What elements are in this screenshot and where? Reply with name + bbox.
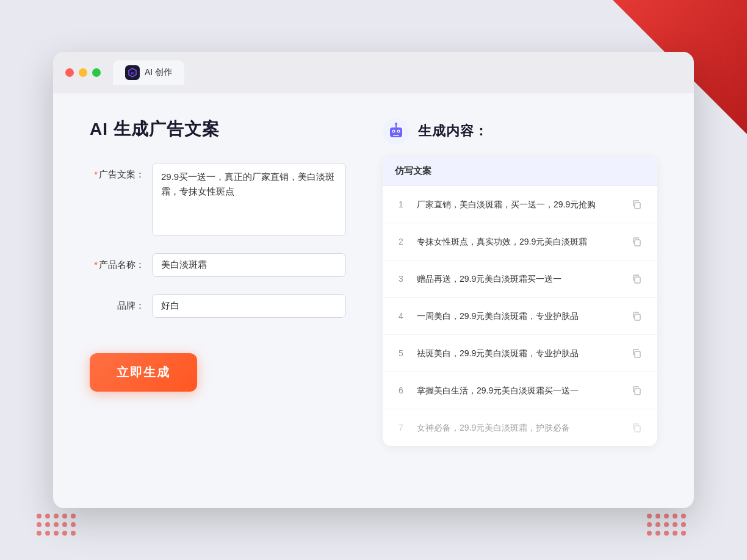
generate-button[interactable]: 立即生成 — [90, 353, 197, 392]
result-item-num: 5 — [395, 348, 407, 358]
copy-button[interactable] — [628, 345, 645, 362]
result-item: 4一周美白，29.9元美白淡斑霜，专业护肤品 — [383, 298, 657, 335]
bg-decor-dots-bottom-right — [647, 514, 686, 536]
svg-rect-14 — [635, 314, 640, 320]
window-controls — [65, 68, 101, 77]
product-name-required: * — [94, 259, 98, 270]
browser-window: AI AI 创作 AI 生成广告文案 *广告文案： 29.9买一送一，真正的厂家… — [53, 52, 694, 508]
result-title: 生成内容： — [418, 122, 488, 140]
svg-rect-13 — [635, 277, 640, 283]
result-table-header: 仿写文案 — [383, 157, 657, 186]
svg-rect-11 — [635, 203, 640, 209]
result-item-text: 掌握美白生活，29.9元美白淡斑霜买一送一 — [417, 384, 618, 397]
copy-button[interactable] — [628, 196, 645, 213]
ad-copy-input[interactable]: 29.9买一送一，真正的厂家直销，美白淡斑霜，专抹女性斑点 — [152, 163, 346, 236]
bg-decor-dots-bottom — [37, 514, 76, 536]
brand-row: 品牌： — [90, 294, 346, 318]
left-panel: AI 生成广告文案 *广告文案： 29.9买一送一，真正的厂家直销，美白淡斑霜，… — [90, 118, 346, 478]
result-item: 7女神必备，29.9元美白淡斑霜，护肤必备 — [383, 409, 657, 446]
copy-button[interactable] — [628, 307, 645, 325]
minimize-button[interactable] — [79, 68, 87, 77]
product-name-label: *产品名称： — [90, 253, 145, 271]
right-panel: 生成内容： 仿写文案 1厂家直销，美白淡斑霜，买一送一，29.9元抢购 2专抹女… — [383, 118, 657, 478]
svg-rect-16 — [635, 389, 640, 395]
result-item-num: 4 — [395, 311, 407, 321]
result-list: 1厂家直销，美白淡斑霜，买一送一，29.9元抢购 2专抹女性斑点，真实功效，29… — [383, 186, 657, 446]
result-item-num: 2 — [395, 237, 407, 246]
robot-icon — [383, 118, 410, 145]
svg-rect-15 — [635, 351, 640, 357]
copy-button[interactable] — [628, 419, 645, 436]
result-item-num: 7 — [395, 423, 407, 433]
svg-rect-12 — [635, 240, 640, 246]
content-area: AI 生成广告文案 *广告文案： 29.9买一送一，真正的厂家直销，美白淡斑霜，… — [53, 93, 694, 508]
result-item: 1厂家直销，美白淡斑霜，买一送一，29.9元抢购 — [383, 186, 657, 223]
result-item-text: 厂家直销，美白淡斑霜，买一送一，29.9元抢购 — [417, 198, 618, 211]
result-item-text: 女神必备，29.9元美白淡斑霜，护肤必备 — [417, 422, 618, 434]
page-title: AI 生成广告文案 — [90, 118, 346, 141]
result-item-text: 祛斑美白，29.9元美白淡斑霜，专业护肤品 — [417, 347, 618, 360]
svg-point-9 — [395, 123, 397, 125]
copy-button[interactable] — [628, 270, 645, 287]
result-item-num: 6 — [395, 386, 407, 395]
ai-tab-icon: AI — [125, 65, 140, 80]
svg-rect-17 — [635, 426, 640, 432]
ad-copy-label: *广告文案： — [90, 163, 145, 181]
svg-point-6 — [393, 131, 394, 132]
product-name-row: *产品名称： — [90, 253, 346, 277]
result-box: 仿写文案 1厂家直销，美白淡斑霜，买一送一，29.9元抢购 2专抹女性斑点，真实… — [383, 157, 657, 446]
result-item-text: 赠品再送，29.9元美白淡斑霜买一送一 — [417, 273, 618, 285]
copy-button[interactable] — [628, 382, 645, 399]
tab-label: AI 创作 — [145, 67, 172, 78]
copy-button[interactable] — [628, 233, 645, 250]
result-item: 5祛斑美白，29.9元美白淡斑霜，专业护肤品 — [383, 335, 657, 372]
result-item: 2专抹女性斑点，真实功效，29.9元美白淡斑霜 — [383, 223, 657, 260]
brand-input[interactable] — [152, 294, 346, 318]
ad-copy-row: *广告文案： 29.9买一送一，真正的厂家直销，美白淡斑霜，专抹女性斑点 — [90, 163, 346, 236]
maximize-button[interactable] — [92, 68, 101, 77]
result-item-num: 3 — [395, 274, 407, 284]
brand-label: 品牌： — [90, 294, 145, 312]
result-item: 6掌握美白生活，29.9元美白淡斑霜买一送一 — [383, 372, 657, 409]
svg-rect-10 — [393, 135, 399, 136]
svg-point-7 — [398, 131, 399, 132]
result-item-text: 一周美白，29.9元美白淡斑霜，专业护肤品 — [417, 310, 618, 323]
product-name-input[interactable] — [152, 253, 346, 277]
title-bar: AI AI 创作 — [53, 52, 694, 93]
tab-ai-creation[interactable]: AI AI 创作 — [113, 60, 184, 85]
ad-copy-required: * — [94, 169, 98, 179]
result-item: 3赠品再送，29.9元美白淡斑霜买一送一 — [383, 260, 657, 298]
result-header: 生成内容： — [383, 118, 657, 145]
close-button[interactable] — [65, 68, 74, 77]
svg-text:AI: AI — [131, 71, 134, 75]
result-item-text: 专抹女性斑点，真实功效，29.9元美白淡斑霜 — [417, 235, 618, 248]
result-item-num: 1 — [395, 199, 407, 209]
